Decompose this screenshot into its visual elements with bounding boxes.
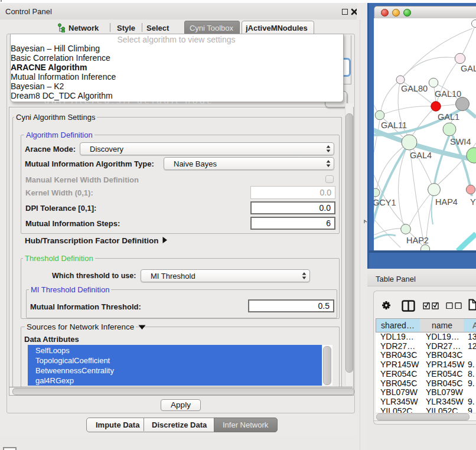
- svg-text:GCY1: GCY1: [374, 198, 396, 207]
- svg-text:GAL11: GAL11: [381, 120, 407, 130]
- svg-text:HAP4: HAP4: [435, 197, 458, 207]
- svg-text:GAL10: GAL10: [435, 89, 461, 99]
- svg-text:GAL1: GAL1: [438, 112, 459, 122]
- svg-text:SWI4: SWI4: [450, 137, 471, 146]
- svg-text:Y: Y: [470, 197, 476, 207]
- svg-text:GAL80: GAL80: [401, 84, 428, 93]
- svg-text:HAP2: HAP2: [406, 236, 429, 245]
- svg-text:GAL4: GAL4: [410, 151, 432, 160]
- svg-text:GAL: GAL: [461, 64, 476, 73]
